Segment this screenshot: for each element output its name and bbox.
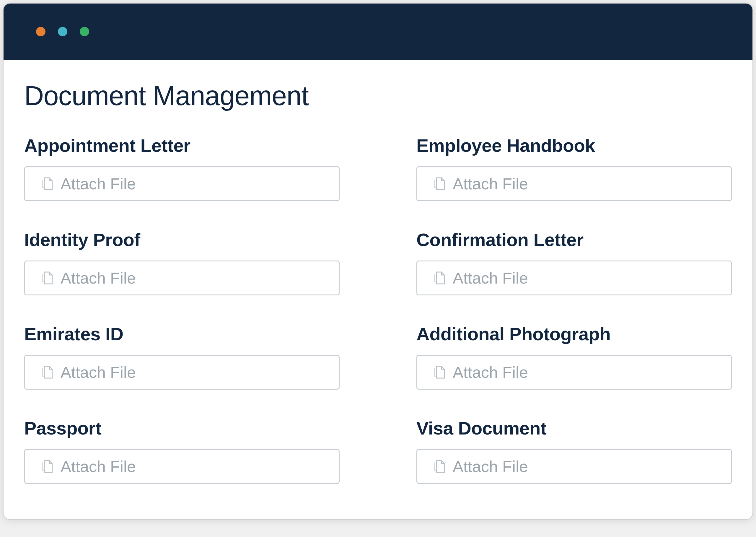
field-label: Confirmation Letter (417, 229, 732, 250)
content-area: Document Management Appointment Letter A… (4, 60, 752, 519)
attach-file-button[interactable]: Attach File (24, 166, 339, 201)
attach-file-button[interactable]: Attach File (417, 449, 732, 484)
attach-file-button[interactable]: Attach File (417, 355, 732, 390)
field-emirates-id: Emirates ID Attach File (24, 323, 339, 390)
field-appointment-letter: Appointment Letter Attach File (24, 135, 339, 201)
maximize-window-button[interactable] (80, 27, 89, 36)
attach-file-label: Attach File (453, 457, 528, 475)
field-label: Employee Handbook (417, 135, 732, 156)
field-label: Additional Photograph (417, 323, 732, 345)
field-additional-photograph: Additional Photograph Attach File (417, 323, 732, 390)
attach-file-label: Attach File (60, 363, 136, 381)
minimize-window-button[interactable] (58, 27, 67, 36)
file-icon (433, 271, 445, 285)
document-grid: Appointment Letter Attach File Employee … (24, 135, 732, 484)
file-icon (41, 177, 53, 191)
field-passport: Passport Attach File (24, 418, 339, 484)
page-title: Document Management (24, 80, 732, 111)
attach-file-label: Attach File (60, 175, 136, 193)
attach-file-label: Attach File (60, 269, 136, 287)
attach-file-button[interactable]: Attach File (24, 449, 339, 484)
field-label: Visa Document (417, 418, 732, 439)
attach-file-label: Attach File (453, 175, 528, 193)
file-icon (433, 459, 445, 474)
field-label: Identity Proof (24, 229, 339, 250)
attach-file-button[interactable]: Attach File (24, 261, 339, 295)
file-icon (41, 365, 53, 379)
attach-file-label: Attach File (453, 269, 528, 287)
field-confirmation-letter: Confirmation Letter Attach File (417, 229, 732, 295)
attach-file-label: Attach File (60, 457, 136, 475)
titlebar (4, 4, 752, 60)
attach-file-button[interactable]: Attach File (417, 166, 732, 201)
field-visa-document: Visa Document Attach File (417, 418, 732, 484)
field-label: Passport (24, 418, 339, 439)
file-icon (433, 365, 445, 379)
app-window: Document Management Appointment Letter A… (3, 3, 753, 520)
field-label: Appointment Letter (24, 135, 339, 156)
attach-file-label: Attach File (453, 363, 528, 381)
field-employee-handbook: Employee Handbook Attach File (417, 135, 732, 201)
file-icon (41, 271, 53, 285)
attach-file-button[interactable]: Attach File (24, 355, 339, 390)
attach-file-button[interactable]: Attach File (417, 261, 732, 295)
close-window-button[interactable] (36, 27, 46, 36)
field-label: Emirates ID (24, 323, 339, 345)
field-identity-proof: Identity Proof Attach File (24, 229, 339, 295)
file-icon (433, 177, 445, 191)
file-icon (41, 459, 53, 474)
